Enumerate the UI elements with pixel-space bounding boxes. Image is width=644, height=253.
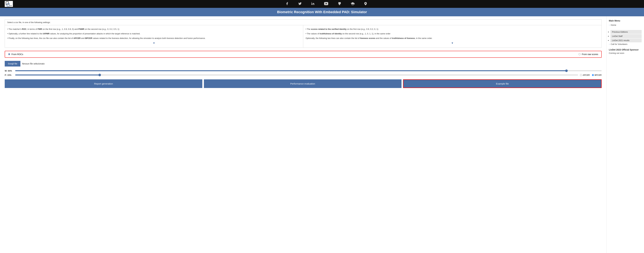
content-area: Select a csv file, in one of the followi… (0, 16, 606, 253)
page-title-bar: Biometric Recognition With Embedded PAD:… (0, 8, 644, 16)
sidebar-call-for-volunteers[interactable]: Call for Volunteers (609, 43, 642, 45)
slider-p-row: P: 15% APCER BPCER (5, 74, 602, 76)
slider-p-thumb[interactable] (98, 74, 101, 76)
info-left-bullet3: • Finally, on the following two lines, t… (7, 37, 301, 40)
example-file-button[interactable]: Example file (403, 79, 602, 88)
svg-point-8 (365, 3, 366, 4)
left-arrow-down: ▼ (7, 41, 301, 45)
slider-w-track[interactable] (15, 70, 602, 71)
slider-w-label: W: 94% (5, 70, 13, 72)
slider-p-label: P: 15% (5, 74, 13, 76)
performance-evaluation-button[interactable]: Performance evaluation (204, 79, 402, 88)
sidebar: Main Menu Home Previous Editions LivDet … (606, 16, 644, 253)
info-col-left: • The matcher's ROC, in terms of FMR on … (5, 25, 303, 47)
slider-p-fill (15, 74, 100, 75)
youtube-icon[interactable] (324, 2, 328, 6)
slider-w-fill (15, 70, 566, 71)
info-right-bullet3: Optionally, the following two lines can … (306, 37, 599, 40)
right-arrow-down: ▼ (306, 41, 599, 45)
sidebar-menu: Home (609, 23, 642, 27)
social-icons-group (13, 2, 639, 6)
facebook-icon[interactable] (285, 2, 289, 6)
logo-box: Lab (5, 1, 13, 7)
info-col-right: • The scores related to the verified ide… (303, 25, 602, 47)
sidebar-subitem-previous-editions[interactable]: Previous Editions (610, 30, 642, 34)
page-title: Biometric Recognition With Embedded PAD:… (2, 10, 642, 14)
radio-from-raw-scores[interactable]: From raw scores (578, 53, 598, 55)
logo: Lab (5, 1, 13, 7)
sponsor-section: LivDet 2023 Official Sponsor Coming out … (609, 48, 642, 54)
slider-p-track[interactable] (15, 74, 578, 75)
sidebar-main-menu-title: Main Menu (609, 19, 642, 22)
bpcer-radio[interactable] (592, 74, 594, 76)
info-right-bullet1: • The scores related to the verified ide… (306, 28, 599, 31)
radio-from-rocs[interactable]: From ROCs (8, 53, 23, 55)
linkedin-icon[interactable] (311, 2, 314, 6)
top-navigation: Lab (0, 0, 644, 8)
sidebar-home-link[interactable]: Home (611, 24, 616, 26)
slider-w-row: W: 94% (5, 70, 602, 72)
graduation-icon[interactable] (351, 2, 355, 6)
sidebar-subitem-livdet-staff[interactable]: LivDet Staff (610, 34, 642, 38)
info-box: Select a csv file, in one of the followi… (5, 19, 602, 48)
file-chooser-row: Scegli file Nessun file selezionato (5, 61, 602, 66)
info-columns: • The matcher's ROC, in terms of FMR on … (5, 25, 602, 47)
location-icon[interactable] (364, 2, 367, 6)
radio-selection-box: From ROCs From raw scores (5, 51, 602, 58)
twitter-icon[interactable] (298, 2, 302, 6)
sponsor-subtitle: Coming out soon (609, 52, 642, 54)
info-box-header: Select a csv file, in one of the followi… (5, 20, 602, 25)
svg-rect-0 (6, 1, 8, 5)
sponsor-title: LivDet 2023 Official Sponsor (609, 48, 642, 51)
radio-from-rocs-input[interactable] (8, 53, 10, 55)
scegli-file-button[interactable]: Scegli file (5, 61, 20, 66)
svg-point-3 (311, 2, 312, 3)
apcer-radio-label[interactable]: APCER (580, 74, 590, 76)
action-buttons-group: Report generation Performance evaluation… (5, 79, 602, 88)
apcer-radio[interactable] (580, 74, 582, 76)
sidebar-subitem-livdet-2021[interactable]: LivDet 2021 results (610, 38, 642, 42)
info-left-bullet2: • Optionally, a further line related to … (7, 32, 301, 35)
info-right-bullet2: • The values of truthfulness of identity… (306, 32, 599, 35)
main-layout: Select a csv file, in one of the followi… (0, 16, 644, 253)
svg-marker-6 (351, 2, 355, 4)
sidebar-item-home[interactable]: Home (609, 23, 642, 27)
info-left-bullet1: • The matcher's ROC, in terms of FMR on … (7, 28, 301, 31)
slider-p-radios: APCER BPCER (580, 74, 602, 76)
bpcer-radio-label[interactable]: BPCER (592, 74, 602, 76)
github-icon[interactable] (338, 2, 341, 6)
file-name-label: Nessun file selezionato (22, 62, 44, 65)
svg-text:Lab: Lab (9, 5, 12, 6)
report-generation-button[interactable]: Report generation (5, 79, 202, 88)
slider-w-thumb[interactable] (565, 69, 568, 72)
radio-from-raw-scores-input[interactable] (578, 53, 580, 55)
sidebar-submenu: Previous Editions LivDet Staff LivDet 20… (610, 30, 642, 42)
